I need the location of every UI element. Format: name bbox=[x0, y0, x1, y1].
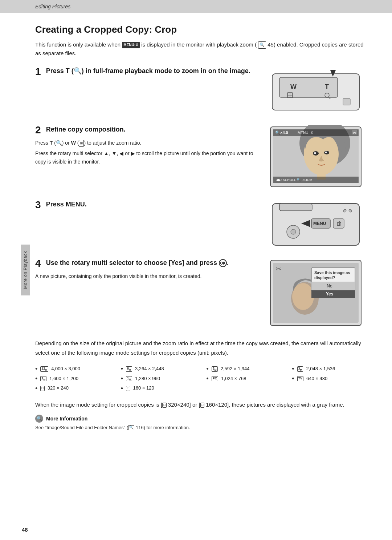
step-4-title: Use the rotary multi selector to choose … bbox=[46, 259, 229, 266]
svg-text:T: T bbox=[325, 83, 329, 90]
bottom-para-2: When the image mode setting for cropped … bbox=[35, 400, 370, 410]
step-4-content: 4 Use the rotary multi selector to choos… bbox=[35, 258, 269, 283]
more-info-body: See "Image/Sound File and Folder Names" … bbox=[35, 424, 370, 432]
bottom-para-1: Depending on the size of the original pi… bbox=[35, 339, 370, 357]
bullet-item-3m: • 3M 2,048 × 1,536 bbox=[292, 364, 370, 374]
svg-text:W: W bbox=[290, 83, 297, 90]
step-3: 3 Press MENU. MENU 🗑 bbox=[35, 200, 370, 248]
step-4-diagram: ✂ Save this image as displayed? No Yes bbox=[269, 258, 370, 329]
step-1-diagram: W T bbox=[269, 67, 370, 115]
side-tab: More on Playback bbox=[21, 245, 30, 295]
svg-point-18 bbox=[325, 152, 327, 153]
bullet-item-8m: • 8M 3,264 × 2,448 bbox=[121, 364, 199, 374]
zoom-icon: 🔍 bbox=[258, 41, 266, 49]
step-4: 4 Use the rotary multi selector to choos… bbox=[35, 258, 370, 329]
bullet-item-tv: • TV 640 × 480 bbox=[292, 374, 370, 383]
svg-rect-29 bbox=[279, 203, 312, 211]
step-1-content: 1 Press T (🔍) in full-frame playback mod… bbox=[35, 67, 269, 80]
svg-rect-48 bbox=[311, 282, 355, 290]
intro-paragraph: This function is only available when MEN… bbox=[35, 40, 370, 58]
step-4-body: A new picture, containing only the porti… bbox=[35, 272, 261, 281]
wt-diagram-svg: W T bbox=[269, 67, 363, 114]
more-info-section: 🔍 More Information See "Image/Sound File… bbox=[35, 415, 370, 432]
step-1: 1 Press T (🔍) in full-frame playback mod… bbox=[35, 67, 370, 115]
svg-text:No: No bbox=[327, 283, 332, 289]
step-2-body: Press T (🔍) or W (⊞) to adjust the zoom … bbox=[35, 139, 261, 166]
svg-point-43 bbox=[292, 283, 314, 310]
more-info-title: 🔍 More Information bbox=[35, 415, 370, 423]
step-2-content: 2 Refine copy composition. Press T (🔍) o… bbox=[35, 125, 269, 168]
svg-text:IN: IN bbox=[353, 131, 356, 134]
bullet-item-2m: • 2M 1,600 × 1,200 bbox=[35, 374, 114, 383]
svg-text:MENU: MENU bbox=[313, 221, 326, 226]
svg-rect-10 bbox=[343, 98, 350, 105]
bullet-section: • 12M 4,000 × 3,000 • 8M 3,264 × 2,448 •… bbox=[35, 364, 370, 393]
step-1-number: 1 bbox=[35, 67, 41, 77]
bullet-item-pc: • PC 1,024 × 768 bbox=[207, 374, 285, 383]
svg-point-37 bbox=[343, 209, 346, 212]
bullet-item-5m: • 5M 2,592 × 1,944 bbox=[207, 364, 285, 374]
svg-rect-52 bbox=[311, 290, 355, 290]
menu-icon: MENU:✗ bbox=[122, 42, 140, 48]
svg-text:◀▶: SCROLL  🔍: ZOOM: ◀▶: SCROLL 🔍: ZOOM bbox=[276, 178, 312, 182]
step-3-title: Press MENU. bbox=[46, 201, 87, 208]
step-2-number: 2 bbox=[35, 125, 41, 135]
svg-point-16 bbox=[314, 152, 316, 154]
svg-point-38 bbox=[349, 209, 352, 212]
svg-point-36 bbox=[291, 229, 296, 234]
bullet-item-320: • □ 320 × 240 bbox=[35, 384, 114, 393]
svg-text:MENU: MENU bbox=[298, 131, 308, 135]
menu-diagram-svg: MENU 🗑 bbox=[269, 200, 363, 247]
main-content: Creating a Cropped Copy: Crop This funct… bbox=[0, 13, 392, 445]
step-2-title: Refine copy composition. bbox=[46, 126, 126, 133]
step-2: 2 Refine copy composition. Press T (🔍) o… bbox=[35, 125, 370, 190]
header-bar: Editing Pictures bbox=[0, 0, 392, 13]
lcd-diagram-svg: 🔍×4.0 MENU ✗ IN ◀▶: SCROLL 🔍: ZOOM bbox=[269, 125, 363, 189]
more-info-icon: 🔍 bbox=[35, 415, 43, 423]
step-1-title: Press T (🔍) in full-frame playback mode … bbox=[46, 67, 250, 74]
svg-text:✗: ✗ bbox=[310, 131, 313, 135]
breadcrumb: Editing Pictures bbox=[35, 4, 70, 9]
step-4-number: 4 bbox=[35, 258, 41, 269]
bullet-item-12m: • 12M 4,000 × 3,000 bbox=[35, 364, 114, 374]
bullet-item-160: • □ 160 × 120 bbox=[121, 384, 199, 393]
svg-text:Save this image as: Save this image as bbox=[314, 270, 350, 275]
bullet-item-1m: • 1M 1,280 × 960 bbox=[121, 374, 199, 383]
svg-text:Yes: Yes bbox=[326, 291, 334, 297]
page-title: Creating a Cropped Copy: Crop bbox=[35, 24, 370, 35]
step-2-diagram: 🔍×4.0 MENU ✗ IN ◀▶: SCROLL 🔍: ZOOM bbox=[269, 125, 370, 190]
svg-text:displayed?: displayed? bbox=[314, 275, 335, 280]
page-number: 48 bbox=[22, 527, 28, 533]
svg-text:🔍×4.0: 🔍×4.0 bbox=[275, 130, 288, 135]
save-diagram-svg: ✂ Save this image as displayed? No Yes bbox=[269, 258, 363, 327]
step-3-diagram: MENU 🗑 bbox=[269, 200, 370, 248]
svg-text:🗑: 🗑 bbox=[336, 220, 342, 226]
svg-text:✂: ✂ bbox=[276, 265, 281, 273]
step-3-content: 3 Press MENU. bbox=[35, 200, 269, 214]
step-3-number: 3 bbox=[35, 200, 41, 210]
